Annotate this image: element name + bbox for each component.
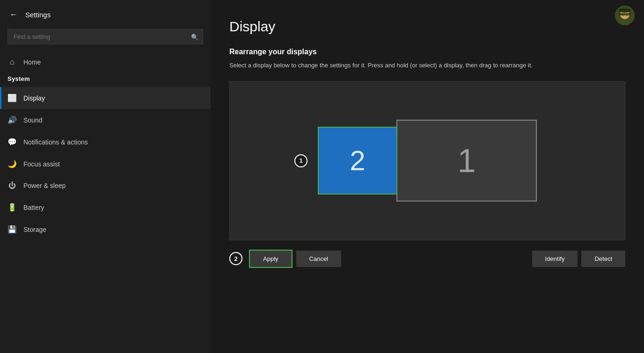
detect-button[interactable]: Detect — [581, 251, 625, 267]
svg-rect-6 — [619, 13, 631, 15]
monitor-container: 1 2 1 — [318, 120, 537, 202]
identify-button[interactable]: Identify — [532, 251, 578, 267]
settings-title: Settings — [25, 11, 51, 19]
system-label: System — [0, 72, 211, 87]
section-title: Rearrange your displays — [229, 48, 625, 56]
search-icon: 🔍 — [191, 33, 198, 40]
sidebar-item-home[interactable]: ⌂ Home — [0, 52, 211, 72]
power-icon: ⏻ — [7, 181, 17, 190]
monitor-2[interactable]: 2 — [318, 127, 397, 195]
sidebar-item-focus[interactable]: 🌙 Focus assist — [0, 153, 211, 175]
svg-rect-3 — [619, 9, 631, 11]
search-input[interactable] — [7, 29, 203, 44]
monitor-1-label: 1 — [458, 142, 476, 180]
sidebar-item-display[interactable]: ⬜ Display — [0, 87, 211, 109]
sidebar-label-power: Power & sleep — [23, 182, 66, 189]
avatar — [615, 6, 635, 25]
sidebar-home-label: Home — [23, 58, 41, 66]
display-area[interactable]: 1 2 1 — [229, 81, 625, 240]
sidebar-item-storage[interactable]: 💾 Storage — [0, 218, 211, 240]
home-icon: ⌂ — [7, 58, 17, 67]
monitor-1[interactable]: 1 — [396, 120, 537, 202]
button-row: 2 Apply Cancel Identify Detect — [229, 250, 625, 268]
sidebar-item-power[interactable]: ⏻ Power & sleep — [0, 175, 211, 196]
cancel-button[interactable]: Cancel — [296, 251, 341, 267]
sidebar-label-battery: Battery — [23, 204, 44, 211]
sidebar-item-battery[interactable]: 🔋 Battery — [0, 196, 211, 218]
display-icon: ⬜ — [7, 94, 17, 102]
sidebar-item-notifications[interactable]: 💬 Notifications & actions — [0, 131, 211, 153]
battery-icon: 🔋 — [7, 203, 17, 212]
sidebar-header: ← Settings — [0, 0, 211, 25]
sidebar-label-focus: Focus assist — [23, 160, 60, 168]
sidebar-label-storage: Storage — [23, 226, 46, 233]
main-content: Display Rearrange your displays Select a… — [211, 0, 644, 353]
sidebar: ← Settings 🔍 ⌂ Home System ⬜ Display 🔊 S… — [0, 0, 211, 353]
page-title: Display — [229, 19, 625, 35]
sidebar-label-sound: Sound — [23, 116, 42, 124]
section-desc: Select a display below to change the set… — [229, 61, 625, 70]
nav-items: ⬜ Display 🔊 Sound 💬 Notifications & acti… — [0, 87, 211, 240]
avatar-image — [615, 6, 635, 25]
monitor-2-label: 2 — [350, 144, 365, 177]
sidebar-label-notifications: Notifications & actions — [23, 138, 88, 146]
notifications-icon: 💬 — [7, 137, 17, 146]
storage-icon: 💾 — [7, 225, 17, 234]
badge-2: 2 — [229, 252, 242, 265]
display-badge-1: 1 — [294, 154, 307, 167]
back-button[interactable]: ← — [7, 8, 20, 21]
sidebar-label-display: Display — [23, 94, 45, 102]
apply-button[interactable]: Apply — [249, 250, 293, 268]
sound-icon: 🔊 — [7, 115, 17, 124]
search-box: 🔍 — [7, 29, 203, 44]
focus-icon: 🌙 — [7, 159, 17, 168]
sidebar-item-sound[interactable]: 🔊 Sound — [0, 109, 211, 131]
